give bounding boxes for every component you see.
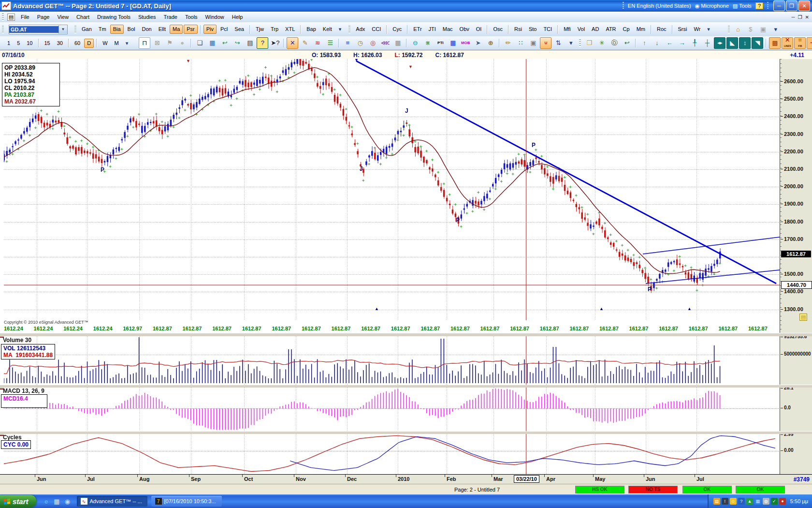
study-button-psr[interactable]: Psr (184, 25, 198, 34)
compress-right-icon[interactable]: ◥ (752, 37, 763, 49)
menu-item-drawing-tools[interactable]: Drawing Tools (93, 13, 134, 21)
zoom-out-step-icon[interactable]: ┼ (701, 37, 713, 49)
study-button-cyc[interactable]: Cyc (390, 25, 405, 34)
study-button-pcl[interactable]: Pcl (218, 25, 231, 34)
timeframe-button-15[interactable]: 15 (42, 39, 53, 48)
study-button-ad[interactable]: AD (589, 25, 602, 34)
next-page-icon[interactable]: ↪ (232, 37, 243, 49)
tray-icon-2[interactable]: ! (722, 498, 728, 505)
mob-icon[interactable]: MOB (460, 37, 471, 49)
tile-pages-icon[interactable]: ∷ (515, 37, 526, 49)
save-template-icon[interactable]: ▦ (206, 37, 218, 49)
pti-icon[interactable]: PTI (435, 37, 446, 49)
toolbar-grip[interactable] (2, 26, 4, 33)
study-button-ma[interactable]: Ma (170, 25, 183, 34)
expert-icon[interactable]: ✳ (596, 37, 608, 49)
tray-icon-9[interactable]: ● (779, 498, 786, 505)
tray-icon-8[interactable]: ✓ (771, 498, 778, 505)
study-button-mfi[interactable]: Mfi (561, 25, 574, 34)
menu-item-trade[interactable]: Trade (160, 13, 181, 21)
copy-page-icon[interactable]: ▣ (527, 37, 539, 49)
retracement-lines-icon[interactable]: ≡ (342, 37, 353, 49)
tray-icon-3[interactable]: ☺ (730, 498, 737, 505)
timeframe-button-10[interactable]: 10 (24, 39, 35, 48)
ellipse-study-icon[interactable]: ⊖ (409, 37, 421, 49)
compress-v-icon[interactable]: ↕ (739, 37, 751, 49)
hatch-icon[interactable]: ⋇ (422, 37, 434, 49)
child-minimize-button[interactable]: ─ (792, 15, 795, 20)
tray-icon-6[interactable]: ▥ (754, 498, 761, 505)
regression-trend-icon[interactable]: ▦ (447, 37, 459, 49)
study-button-roc[interactable]: Roc (654, 25, 669, 34)
study-button-sea[interactable]: Sea (232, 25, 247, 34)
start-button[interactable]: start (0, 495, 36, 508)
study-button-srsi[interactable]: Srsi (675, 25, 690, 34)
tray-icon-1[interactable]: ▤ (713, 498, 720, 505)
gann-lines-icon[interactable]: ☰ (324, 37, 336, 49)
study-button-bol[interactable]: Bol (125, 25, 138, 34)
context-help-icon[interactable]: ➤? (269, 37, 281, 49)
study-button-tci[interactable]: TCI (540, 25, 555, 34)
make-study-icon[interactable]: ➤ (472, 37, 484, 49)
task-button-2[interactable]: 7[07/16/2010 10:50:3... (151, 496, 222, 507)
zoom-in-step-icon[interactable]: ╀ (689, 37, 700, 49)
ie-quicklaunch-icon[interactable]: e (42, 497, 51, 506)
macd-canvas[interactable] (4, 388, 780, 431)
fib-tool-icon[interactable]: ≡FIB (794, 37, 806, 49)
study-button-piv[interactable]: Piv (203, 25, 217, 34)
toolbar-options-icon[interactable]: ▾ (565, 37, 577, 49)
compress-left-icon[interactable]: ◣ (726, 37, 738, 49)
study-button-osc[interactable]: Osc (490, 25, 506, 34)
restore-button[interactable]: ❐ (786, 0, 798, 11)
study-button-gan[interactable]: Gan (79, 25, 95, 34)
print-icon[interactable]: ▤ (244, 37, 256, 49)
media-quicklaunch-icon[interactable]: ◉ (63, 497, 72, 506)
grid-icon[interactable]: ▦ (392, 37, 404, 49)
timeframe-button-d[interactable]: D (84, 39, 94, 48)
study-button-mm[interactable]: Mm (634, 25, 648, 34)
timeframe-button-30[interactable]: 30 (54, 39, 66, 48)
menu-item-page[interactable]: Page (33, 13, 54, 21)
menu-item-studies[interactable]: Studies (134, 13, 160, 21)
language-help-button[interactable]: ? (755, 2, 763, 9)
task-button-1[interactable]: ∿Advanced GET™ -- ... (77, 496, 147, 507)
info-icon[interactable]: Ⓞ (609, 37, 620, 49)
menu-item-file[interactable]: File (17, 13, 33, 21)
undo-icon[interactable]: U (540, 37, 551, 49)
study-button-sto[interactable]: Sto (526, 25, 540, 34)
timeframe-button-5[interactable]: 5 (14, 39, 23, 48)
minimize-button[interactable]: ─ (773, 0, 785, 11)
study-button-cp[interactable]: Cp (620, 25, 633, 34)
menu-item-tools[interactable]: Tools (181, 13, 202, 21)
toolbar-grip[interactable] (74, 26, 76, 33)
fan-lines-icon[interactable]: ⋘ (379, 37, 391, 49)
home-icon[interactable]: ⌂ (732, 24, 744, 35)
study-button-xtl[interactable]: XTL (282, 25, 298, 34)
annotate-icon[interactable]: ✏ (502, 37, 514, 49)
scroll-down-icon[interactable]: ↓ (651, 37, 663, 49)
study-button-tm[interactable]: Tm (96, 25, 109, 34)
timeframe-button-1[interactable]: 1 (4, 39, 13, 48)
study-button-ellt[interactable]: Ellt (156, 25, 169, 34)
language-bar-options[interactable] (767, 2, 768, 10)
study-button-atr[interactable]: ATR (603, 25, 619, 34)
time-axis[interactable]: JunJulAugSepOctNovDec2010FebMarAprMayJun… (0, 474, 812, 485)
menu-item-chart[interactable]: Chart (72, 13, 93, 21)
symbol-input[interactable]: GD.AT (9, 26, 58, 33)
menu-item-view[interactable]: View (53, 13, 72, 21)
tray-icon-4[interactable]: ? (738, 498, 745, 505)
bullseye-icon[interactable]: ◎ (367, 37, 378, 49)
study-button-rsi[interactable]: Rsi (511, 25, 525, 34)
scroll-right-icon[interactable]: → (676, 37, 688, 49)
study-button-oi[interactable]: OI (473, 25, 485, 34)
cycles-canvas[interactable] (4, 434, 780, 474)
toolbar-grip[interactable] (579, 39, 581, 47)
close-button[interactable]: ✕ (798, 0, 810, 11)
toolbar-grip[interactable] (728, 26, 730, 33)
study-button-bia[interactable]: Bia (110, 25, 124, 34)
lines-tool-icon[interactable]: ✕LINES (782, 37, 793, 49)
study-button-obv[interactable]: Obv (457, 25, 472, 34)
study-button-etr[interactable]: ETr (410, 25, 424, 34)
open-chart-icon[interactable]: ❒ (583, 37, 595, 49)
toolbar-options-icon[interactable]: ▾ (123, 39, 131, 48)
